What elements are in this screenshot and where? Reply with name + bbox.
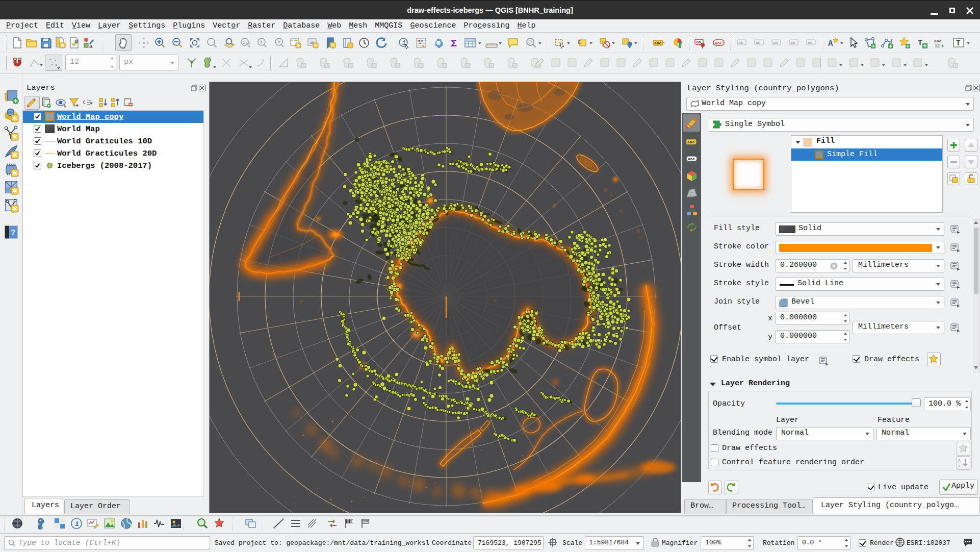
svg-text:abc: abc	[715, 41, 723, 45]
svg-text:abc: abc	[934, 39, 942, 43]
svg-text:A: A	[828, 39, 833, 48]
svg-text:ε: ε	[577, 38, 581, 46]
svg-text:abc: abc	[687, 140, 695, 144]
svg-text:abc: abc	[688, 157, 695, 161]
svg-text:ab: ab	[773, 40, 778, 45]
svg-text:ab: ab	[756, 40, 761, 45]
svg-text:T: T	[956, 39, 960, 47]
svg-text:a: a	[89, 43, 93, 49]
svg-text:i: i	[75, 520, 79, 528]
svg-text:?: ?	[11, 228, 16, 238]
svg-text:ab: ab	[697, 40, 702, 44]
svg-text:ab: ab	[790, 40, 795, 45]
svg-text:Z: Z	[958, 464, 961, 468]
svg-text:ab: ab	[738, 40, 743, 45]
svg-text:A: A	[958, 458, 961, 463]
svg-text:ab: ab	[808, 40, 813, 45]
svg-text:1:1: 1:1	[243, 40, 250, 45]
svg-text:Σ: Σ	[451, 38, 457, 49]
svg-text:abc: abc	[654, 41, 662, 45]
svg-text:T: T	[918, 39, 922, 47]
svg-text:ε: ε	[83, 99, 86, 105]
